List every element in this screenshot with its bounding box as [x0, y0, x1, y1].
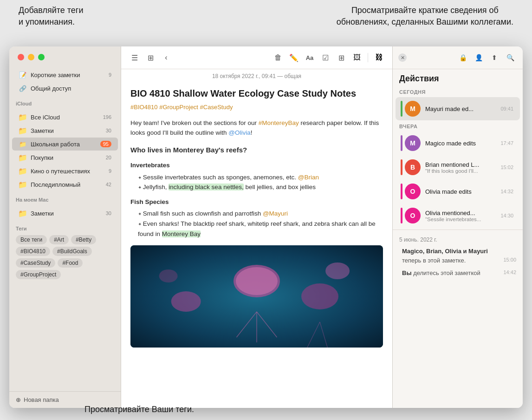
- subheading-fish: Fish Species: [130, 197, 383, 207]
- activity-name: Magico made edits: [425, 140, 496, 147]
- activity-info: Magico made edits: [425, 140, 496, 147]
- folder-icon: 📁: [19, 126, 27, 135]
- sidebar-item-quick-notes[interactable]: 📝 Короткие заметки 9: [12, 68, 118, 81]
- activity-item-brian[interactable]: B Brian mentioned L... "If this looks go…: [396, 156, 520, 179]
- note-tags: #BIO4810 #GroupProject #CaseStudy: [130, 103, 383, 112]
- jellyfish-image: [130, 245, 383, 348]
- postgrad-label: Последипломный: [31, 181, 104, 188]
- pencil-icon: ✏️: [289, 53, 298, 62]
- tag-bio4810[interactable]: #BIO4810: [16, 247, 50, 256]
- minimize-button[interactable]: [28, 54, 34, 60]
- notes-icloud-label: Заметки: [31, 127, 104, 134]
- edit-button[interactable]: ✏️: [287, 51, 301, 64]
- activity-time: 14:42: [503, 269, 516, 276]
- shared-label: Общий доступ: [31, 85, 111, 92]
- svg-point-11: [159, 269, 178, 282]
- avatar-olivia2: O: [405, 208, 421, 223]
- mac-header: На моем Мас: [9, 193, 121, 204]
- search-button[interactable]: 🔍: [503, 51, 517, 64]
- sidebar-item-shared[interactable]: 🔗 Общий доступ: [12, 82, 118, 95]
- lock-button[interactable]: 🔒: [456, 51, 470, 64]
- sidebar-item-school[interactable]: 📁 Школьная работа 95: [12, 138, 118, 151]
- mac-section: 📁 Заметки 30: [9, 204, 121, 222]
- activity-time: 15:00: [503, 256, 516, 264]
- sidebar-item-travel[interactable]: 📁 Кино о путешествиях 9: [12, 164, 118, 177]
- trash-icon: 🗑: [274, 53, 282, 62]
- activity-text-item-2: Вы делитесь этой заметкой 14:42: [393, 267, 523, 280]
- notes-mac-badge: 30: [106, 210, 111, 216]
- tag-buildgoals[interactable]: #BuildGoals: [52, 247, 92, 256]
- grid-view-button[interactable]: ⊞: [143, 51, 157, 64]
- activity-item-olivia1[interactable]: O Olivia made edits 14:32: [396, 180, 520, 203]
- highlighted-text: including black sea nettles,: [169, 184, 243, 190]
- grid-icon: ⊞: [148, 53, 154, 62]
- sidebar-item-shopping[interactable]: 📁 Покупки 20: [12, 151, 118, 164]
- activity-time: 17:47: [500, 140, 513, 146]
- activity-item-mayuri[interactable]: M Mayuri made ed... 09:41: [396, 97, 520, 120]
- folder-icon: 📁: [19, 153, 27, 162]
- tag-casestudy[interactable]: #CaseStudy: [16, 258, 55, 268]
- close-activity-button[interactable]: ✕: [398, 53, 407, 62]
- school-label: Школьная работа: [31, 141, 98, 148]
- activity-item-magico[interactable]: M Magico made edits 17:47: [396, 131, 520, 155]
- list-item: Small fish such as clownfish and parrotf…: [138, 209, 383, 219]
- mention-brian: @Brian: [298, 174, 319, 181]
- date-group: 5 июнь. 2022 г.: [393, 232, 523, 245]
- activity-text: делитесь этой заметкой: [413, 269, 480, 276]
- svg-point-6: [301, 283, 338, 309]
- new-folder-button[interactable]: ⊕ Новая папка: [16, 396, 114, 403]
- divider: [393, 230, 523, 230]
- annotation-view-updates: Просматривайте краткие сведения обобновл…: [337, 5, 513, 28]
- delete-button[interactable]: 🗑: [271, 51, 285, 64]
- back-button[interactable]: ‹: [159, 51, 173, 64]
- export-button[interactable]: ⬆: [487, 51, 501, 64]
- list-icon: ☰: [131, 53, 138, 62]
- maximize-button[interactable]: [38, 54, 45, 60]
- svg-point-9: [171, 291, 201, 312]
- sidebar-item-notes-icloud[interactable]: 📁 Заметки 30: [12, 124, 118, 137]
- close-button[interactable]: [18, 54, 24, 60]
- checklist-button[interactable]: ☑: [318, 51, 332, 64]
- activity-dot: [401, 101, 402, 117]
- activity-preview: "If this looks good I'll...: [425, 168, 496, 174]
- note-toolbar: ☰ ⊞ ‹ 🗑 ✏️ Aa ☑ ⊞: [121, 46, 392, 69]
- today-label: СЕГОДНЯ: [393, 86, 523, 97]
- tag-food[interactable]: #Food: [58, 258, 83, 268]
- activity-time: 15:02: [500, 164, 513, 170]
- sidebar-item-notes-mac[interactable]: 📁 Заметки 30: [12, 207, 118, 220]
- activity-info: Olivia made edits: [425, 188, 496, 195]
- icloud-section: 📁 Все iCloud 196 📁 Заметки 30 📁 Школьная…: [9, 108, 121, 193]
- activity-text-item-1: Magico, Brian, Olivia и Mayuri теперь в …: [393, 245, 523, 267]
- font-button[interactable]: Aa: [303, 51, 317, 64]
- toolbar-separator: [368, 53, 368, 62]
- sidebar-item-all-icloud[interactable]: 📁 Все iCloud 196: [12, 111, 118, 124]
- media-button[interactable]: 🖼: [350, 51, 364, 64]
- activity-time: 14:30: [500, 213, 513, 218]
- avatar-mayuri: M: [405, 101, 421, 117]
- activity-time: 14:32: [500, 189, 513, 194]
- tag-groupproject[interactable]: #GroupProject: [16, 270, 61, 279]
- activity-button[interactable]: ⛓: [372, 51, 386, 64]
- list-item: Even sharks! The blacktip reef shark, wh…: [138, 219, 383, 239]
- tags-section: Теги Все теги #Art #Betty #BIO4810 #Buil…: [9, 222, 121, 283]
- tag-betty[interactable]: #Betty: [71, 235, 96, 244]
- plus-icon: ⊕: [16, 396, 21, 403]
- avatar-olivia: O: [405, 184, 421, 199]
- table-button[interactable]: ⊞: [334, 51, 348, 64]
- top-annotations: Добавляйте тегии упоминания. Просматрива…: [0, 0, 532, 46]
- tag-all[interactable]: Все теги: [16, 235, 47, 244]
- activity-dot: [401, 135, 402, 151]
- notes-mac-label: Заметки: [31, 210, 104, 217]
- highlighted-text-monterey: Monterey Bay: [162, 230, 201, 237]
- quick-notes-icon: 📝: [19, 71, 27, 79]
- subheading-invertebrates: Invertebrates: [130, 160, 383, 171]
- sidebar: 📝 Короткие заметки 9 🔗 Общий доступ iClo…: [9, 46, 121, 408]
- hashtag-montereybay: #MontereyBay: [259, 119, 299, 126]
- collab-button[interactable]: 👤: [472, 51, 486, 64]
- tag-art[interactable]: #Art: [49, 235, 69, 244]
- travel-badge: 9: [109, 168, 111, 174]
- sidebar-item-postgrad[interactable]: 📁 Последипломный 42: [12, 178, 118, 191]
- svg-point-10: [325, 262, 350, 279]
- list-view-button[interactable]: ☰: [128, 51, 142, 64]
- activity-item-olivia2[interactable]: O Olivia mentioned... "Sessile invertebr…: [396, 204, 520, 227]
